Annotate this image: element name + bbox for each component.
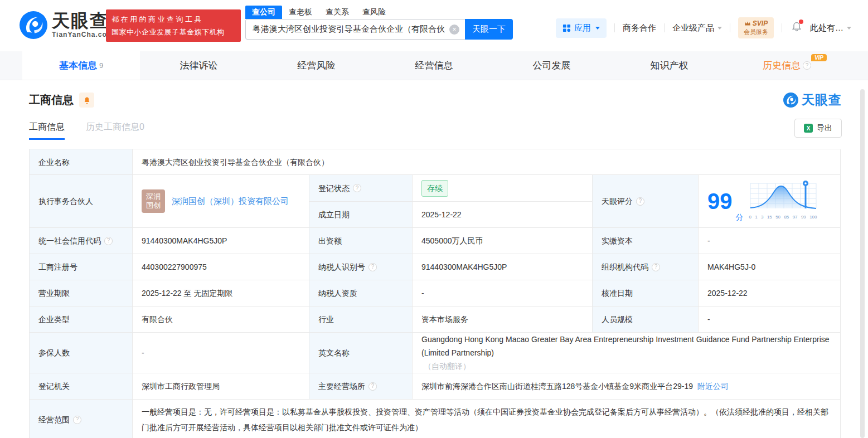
search-tab-risk[interactable]: 查风险 (356, 6, 392, 19)
field-org-code-label: 组织机构代码? (593, 254, 699, 280)
user-menu[interactable]: 此处有… (810, 23, 851, 33)
biz-cooperation-link[interactable]: 商务合作 (623, 23, 656, 33)
field-staff-size-value: - (699, 306, 841, 333)
brand-name: 天眼查 (52, 12, 113, 30)
vip-badge: VIP (811, 54, 827, 61)
field-capital-label: 出资额 (309, 228, 413, 254)
help-icon[interactable]: ? (368, 382, 377, 391)
tab-operation-risk[interactable]: 经营风险 (258, 51, 375, 80)
field-industry-label: 行业 (309, 306, 413, 333)
watermark-brand-text: 天眼查 (802, 91, 842, 109)
help-icon[interactable]: ? (368, 263, 377, 271)
top-header: 天眼查 TianYanCha.com 都在用的商业查询工具 国家中小企业发展子基… (0, 0, 868, 51)
field-insured-value: - (133, 333, 309, 373)
crown-icon (744, 21, 751, 26)
partner-company-link[interactable]: 深润国创（深圳）投资有限公司 (172, 194, 289, 208)
field-score-value: 99 分 (699, 175, 841, 228)
company-tabstrip: 基本信息 9 法律诉讼 经营风险 经营信息 公司发展 知识产权 VIP 历史信息… (0, 51, 868, 80)
field-taxpayer-quality-label: 纳税人资质 (309, 280, 413, 306)
section-title: 工商信息 (29, 93, 74, 108)
help-icon[interactable]: ? (636, 197, 644, 206)
score-distribution-chart: 0131550859799100 (749, 179, 817, 224)
tab-history-info[interactable]: VIP 历史信息 ? (728, 51, 846, 80)
field-scope-label: 经营范围? (30, 400, 133, 438)
field-approval-date-value: 2025-12-22 (699, 280, 841, 306)
help-icon[interactable]: ? (803, 61, 811, 70)
header-nav: 应用 商务合作 企业级产品 SVIP 会员服务 (556, 17, 851, 39)
field-est-date-value: 2025-12-22 (413, 202, 593, 228)
field-credit-code-label: 统一社会信用代码? (30, 228, 133, 254)
field-company-name-value: 粤港澳大湾区创业投资引导基金合伙企业（有限合伙） (133, 149, 841, 175)
search-button[interactable]: 天眼一下 (465, 19, 513, 40)
search-tabs: 查公司 查老板 查关系 查风险 (245, 4, 513, 19)
monitor-bell-button[interactable] (79, 93, 94, 108)
tianyancha-logo[interactable]: 天眼查 TianYanCha.com (20, 11, 113, 39)
field-insured-label: 参保人数 (30, 333, 133, 373)
field-org-code-value: MAK4HG5J-0 (699, 254, 841, 280)
clear-search-icon[interactable]: × (449, 25, 459, 35)
notifications-button[interactable] (791, 21, 802, 35)
help-icon[interactable]: ? (652, 263, 660, 271)
subtab-business-info[interactable]: 工商信息 (29, 121, 65, 140)
field-reg-authority-label: 登记机关 (30, 373, 133, 400)
divider (782, 23, 782, 32)
divider (730, 23, 730, 32)
chevron-down-icon (847, 27, 851, 30)
tab-basic-info-count: 9 (99, 61, 103, 70)
nearby-companies-link[interactable]: 附近公司 (697, 379, 729, 393)
field-approval-date-label: 核准日期 (593, 280, 699, 306)
svip-sublabel: 会员服务 (744, 28, 768, 36)
tab-company-development[interactable]: 公司发展 (493, 51, 610, 80)
page-scrollbar[interactable] (860, 89, 865, 438)
search-tab-company[interactable]: 查公司 (245, 6, 282, 19)
field-executive-partner-value: 深润 国创 深润国创（深圳）投资有限公司 (133, 175, 309, 228)
field-english-name-label: 英文名称 (309, 333, 413, 373)
field-reg-status-label: 登记状态? (309, 175, 413, 202)
field-taxpayer-id-label: 纳税人识别号? (309, 254, 413, 280)
field-score-label: 天眼评分? (593, 175, 699, 228)
apps-label: 应用 (574, 23, 591, 33)
svip-label: SVIP (753, 20, 768, 27)
tab-operation-info[interactable]: 经营信息 (375, 51, 493, 80)
field-est-date-label: 成立日期 (309, 202, 413, 228)
score-axis-ticks: 0131550859799100 (749, 211, 817, 224)
search-tab-relation[interactable]: 查关系 (319, 6, 356, 19)
field-scope-value: 一般经营项目是：无，许可经营项目是：以私募基金从事股权投资、投资管理、资产管理等… (133, 400, 841, 438)
search-area: 查公司 查老板 查关系 查风险 × 天眼一下 (245, 4, 513, 40)
chevron-down-icon (717, 27, 722, 30)
export-label: 导出 (817, 123, 832, 133)
tab-legal-litigation[interactable]: 法律诉讼 (140, 51, 258, 80)
partner-logo: 深润 国创 (142, 189, 165, 213)
divider (664, 23, 665, 32)
svip-member-button[interactable]: SVIP 会员服务 (738, 17, 774, 38)
field-credit-code-value: 91440300MAK4HG5J0P (133, 228, 309, 254)
help-icon[interactable]: ? (73, 416, 81, 424)
tab-intellectual-property[interactable]: 知识产权 (610, 51, 728, 80)
field-taxpayer-quality-value: - (413, 280, 593, 306)
field-industry-value: 资本市场服务 (413, 306, 593, 333)
field-english-name-value: Guangdong Hong Kong Macao Greater Bay Ar… (413, 333, 841, 373)
divider (614, 23, 615, 32)
field-address-value: 深圳市前海深港合作区南山街道桂湾五路128号基金小镇基金9米商业平台29-19 … (413, 373, 841, 400)
promo-badge: 都在用的商业查询工具 国家中小企业发展子基金旗下机构 (106, 9, 241, 42)
field-reg-authority-value: 深圳市工商行政管理局 (133, 373, 309, 400)
field-address-label: 主要经营场所? (309, 373, 413, 400)
field-paid-capital-value: - (699, 228, 841, 254)
help-icon[interactable]: ? (353, 184, 361, 192)
field-taxpayer-id-value: 91440300MAK4HG5J0P (413, 254, 593, 280)
export-button[interactable]: X 导出 (794, 119, 842, 138)
search-input[interactable] (245, 19, 465, 40)
enterprise-products-link[interactable]: 企业级产品 (672, 23, 722, 33)
field-executive-partner-label: 执行事务合伙人 (30, 175, 133, 228)
search-tab-boss[interactable]: 查老板 (282, 6, 319, 19)
help-icon[interactable]: ? (104, 237, 113, 245)
subtab-history-business-info[interactable]: 历史工商信息0 (86, 121, 144, 140)
enterprise-products-label: 企业级产品 (672, 23, 714, 33)
field-reg-no-label: 工商注册号 (30, 254, 133, 280)
tab-history-info-label: 历史信息 (763, 59, 801, 72)
tianyancha-logo-icon (20, 11, 47, 39)
apps-button[interactable]: 应用 (556, 18, 607, 38)
score-number: 99 (707, 190, 733, 212)
tab-basic-info[interactable]: 基本信息 9 (22, 51, 140, 80)
field-company-type-label: 企业类型 (30, 306, 133, 333)
